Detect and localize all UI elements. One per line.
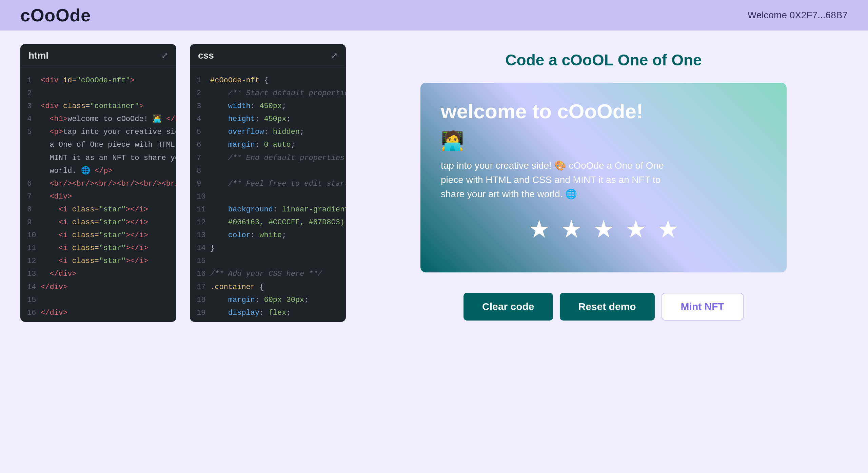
editors-row: html ⤢ 1 <div id="cOoOde-nft"> 2 3 <div …: [20, 44, 346, 459]
html-line-12: 12 <i class="star"></i>: [20, 255, 176, 268]
preview-area: welcome to cOoOde! 🧑‍💻 tap into your cre…: [420, 83, 787, 272]
css-line-8: 8: [190, 165, 346, 178]
html-line-5d: world. 🌐 </p>: [20, 165, 176, 178]
css-line-4: 4 height: 450px;: [190, 113, 346, 126]
html-line-5a: 5 <p>tap into your creative side! 🎨 cOoO…: [20, 126, 176, 139]
css-line-9: 9 /** Feel free to edit starting here. *…: [190, 178, 346, 190]
html-line-3: 3 <div class="container">: [20, 100, 176, 113]
css-editor-body[interactable]: 1 #cOoOde-nft { 2 /** Start default prop…: [190, 67, 346, 322]
css-line-10: 10: [190, 190, 346, 203]
html-editor: html ⤢ 1 <div id="cOoOde-nft"> 2 3 <div …: [20, 44, 176, 322]
html-line-10: 10 <i class="star"></i>: [20, 229, 176, 242]
html-line-16: 16 </div>: [20, 307, 176, 320]
css-line-1: 1 #cOoOde-nft {: [190, 74, 346, 87]
css-line-5: 5 overflow: hidden;: [190, 126, 346, 139]
css-line-15: 15: [190, 255, 346, 268]
html-line-7: 7 <div>: [20, 190, 176, 203]
css-line-11: 11 background: linear-gradient(45deg,: [190, 203, 346, 216]
reset-demo-button[interactable]: Reset demo: [560, 293, 655, 321]
css-editor-title: css: [198, 50, 214, 61]
css-line-2: 2 /** Start default properties **/: [190, 87, 346, 100]
html-line-14: 14 </div>: [20, 281, 176, 294]
css-expand-icon[interactable]: ⤢: [331, 51, 338, 60]
html-line-8: 8 <i class="star"></i>: [20, 203, 176, 216]
html-line-5c: MINT it as an NFT to share your art with…: [20, 152, 176, 165]
user-welcome: Welcome 0X2F7...68B7: [748, 10, 848, 21]
html-line-6: 6 <br/><br/><br/><br/><br/><br/>: [20, 178, 176, 190]
css-line-6: 6 margin: 0 auto;: [190, 139, 346, 151]
preview-description: tap into your creative side! 🎨 cOoOde a …: [441, 159, 678, 201]
html-editor-body[interactable]: 1 <div id="cOoOde-nft"> 2 3 <div class="…: [20, 67, 176, 322]
html-line-4: 4 <h1>welcome to cOoOde! 🧑‍💻 </h1>: [20, 113, 176, 126]
clear-code-button[interactable]: Clear code: [463, 293, 553, 321]
header: cOoOde Welcome 0X2F7...68B7: [0, 0, 868, 30]
css-line-12: 12 #006163, #CCCCFF, #87D8C3);: [190, 216, 346, 229]
css-line-7: 7 /** End default properties.**/: [190, 152, 346, 165]
html-line-2: 2: [20, 87, 176, 100]
html-editor-title: html: [28, 50, 48, 61]
css-line-17: 17 .container {: [190, 281, 346, 294]
html-line-5b: a One of One piece with HTML and CSS and: [20, 139, 176, 151]
css-line-13: 13 color: white;: [190, 229, 346, 242]
app-logo: cOoOde: [20, 5, 91, 25]
css-line-16: 16 /** Add your CSS here **/: [190, 268, 346, 281]
css-editor-header: css ⤢: [190, 44, 346, 67]
css-line-18: 18 margin: 60px 30px;: [190, 294, 346, 307]
panel-title: Code a cOoOL One of One: [505, 51, 702, 69]
star-2: ★: [560, 215, 583, 243]
html-line-13: 13 </div>: [20, 268, 176, 281]
right-panel: Code a cOoOL One of One welcome to cOoOd…: [359, 44, 848, 459]
main-content: html ⤢ 1 <div id="cOoOde-nft"> 2 3 <div …: [0, 30, 868, 473]
stars-row: ★ ★ ★ ★ ★: [441, 215, 766, 243]
preview-welcome-text: welcome to cOoOde!: [441, 100, 766, 123]
css-line-19: 19 display: flex;: [190, 307, 346, 320]
star-1: ★: [528, 215, 550, 243]
html-line-11: 11 <i class="star"></i>: [20, 242, 176, 255]
mint-nft-button[interactable]: Mint NFT: [662, 293, 744, 321]
css-line-3: 3 width: 450px;: [190, 100, 346, 113]
html-expand-icon[interactable]: ⤢: [161, 51, 168, 60]
star-3: ★: [593, 215, 615, 243]
css-line-14: 14 }: [190, 242, 346, 255]
html-line-1: 1 <div id="cOoOde-nft">: [20, 74, 176, 87]
star-5: ★: [657, 215, 679, 243]
html-editor-header: html ⤢: [20, 44, 176, 67]
css-editor: css ⤢ 1 #cOoOde-nft { 2 /** Start defaul…: [190, 44, 346, 322]
html-line-9: 9 <i class="star"></i>: [20, 216, 176, 229]
preview-avatar: 🧑‍💻: [441, 130, 766, 152]
star-4: ★: [625, 215, 647, 243]
action-buttons: Clear code Reset demo Mint NFT: [463, 293, 744, 321]
css-line-20: 20 flex-wrap: wrap;: [190, 320, 346, 322]
html-line-15: 15: [20, 294, 176, 307]
